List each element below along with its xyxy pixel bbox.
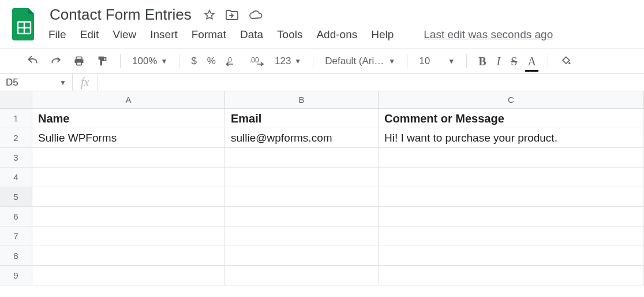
- svg-point-8: [568, 62, 570, 64]
- cell-C9[interactable]: [379, 266, 644, 285]
- chevron-down-icon: ▼: [160, 57, 167, 65]
- cell-A1[interactable]: Name: [32, 109, 225, 128]
- cell-B4[interactable]: [225, 168, 379, 187]
- menu-file[interactable]: File: [48, 28, 66, 41]
- menu-help[interactable]: Help: [371, 28, 394, 41]
- sheets-logo[interactable]: [10, 6, 38, 43]
- text-color-button[interactable]: A: [525, 53, 538, 70]
- font-select[interactable]: Default (Ari… ▼: [323, 53, 398, 69]
- name-box-value: D5: [6, 77, 18, 88]
- row-header[interactable]: 1: [0, 109, 32, 128]
- cell-C6[interactable]: [379, 207, 644, 227]
- toolbar: 100% ▼ $ % .0 .00 123 ▼ Default (Ari… ▼ …: [0, 49, 644, 74]
- select-all-corner[interactable]: [0, 91, 32, 109]
- fill-color-button[interactable]: [557, 53, 575, 69]
- cell-A3[interactable]: [32, 148, 225, 168]
- italic-button[interactable]: I: [495, 53, 503, 70]
- print-button[interactable]: [70, 53, 88, 69]
- svg-rect-5: [77, 62, 81, 65]
- star-icon[interactable]: [203, 9, 216, 21]
- spreadsheet-grid[interactable]: 1 2 3 4 5 6 7 8 9 A B C Name Email Comme…: [0, 91, 644, 285]
- menu-format[interactable]: Format: [192, 28, 226, 41]
- col-header[interactable]: A: [32, 91, 225, 109]
- zoom-select[interactable]: 100% ▼: [130, 53, 170, 69]
- cell-C5[interactable]: [379, 187, 644, 207]
- paint-format-button[interactable]: [93, 53, 111, 70]
- row-header[interactable]: 2: [0, 128, 32, 148]
- cell-C8[interactable]: [379, 246, 644, 266]
- font-size-value: 10: [419, 55, 430, 67]
- document-title[interactable]: Contact Form Entries: [48, 5, 193, 25]
- font-name-value: Default (Ari…: [325, 55, 384, 67]
- cell-B6[interactable]: [225, 207, 379, 227]
- menu-view[interactable]: View: [113, 28, 136, 41]
- font-size-select[interactable]: 10 ▼: [417, 53, 457, 69]
- cell-A7[interactable]: [32, 227, 225, 246]
- chevron-down-icon: ▼: [448, 57, 455, 65]
- menu-data[interactable]: Data: [240, 28, 263, 41]
- cell-C4[interactable]: [379, 168, 644, 187]
- menu-insert[interactable]: Insert: [150, 28, 178, 41]
- cell-C7[interactable]: [379, 227, 644, 246]
- redo-button[interactable]: [47, 53, 65, 69]
- col-header[interactable]: C: [379, 91, 644, 109]
- more-formats-label: 123: [275, 55, 291, 67]
- menu-edit[interactable]: Edit: [80, 28, 99, 41]
- cell-A4[interactable]: [32, 168, 225, 187]
- format-currency-button[interactable]: $: [189, 53, 199, 69]
- cell-B5[interactable]: [225, 187, 379, 207]
- increase-decimal-button[interactable]: .00: [247, 53, 267, 69]
- last-edit-link[interactable]: Last edit was seconds ago: [424, 28, 553, 41]
- row-header[interactable]: 4: [0, 168, 32, 187]
- cell-B1[interactable]: Email: [225, 109, 379, 128]
- move-to-folder-icon[interactable]: [225, 9, 239, 21]
- chevron-down-icon: ▼: [388, 57, 395, 65]
- fx-icon: fx: [73, 74, 98, 91]
- cell-B2[interactable]: sullie@wpforms.com: [225, 128, 379, 148]
- cell-B9[interactable]: [225, 266, 379, 285]
- menu-tools[interactable]: Tools: [277, 28, 302, 41]
- row-header[interactable]: 9: [0, 266, 32, 285]
- formula-bar[interactable]: [98, 74, 644, 91]
- row-header[interactable]: 3: [0, 148, 32, 168]
- cell-C3[interactable]: [379, 148, 644, 168]
- row-header[interactable]: 5: [0, 187, 32, 207]
- svg-text:.00: .00: [249, 56, 259, 64]
- undo-button[interactable]: [24, 53, 42, 69]
- cell-A9[interactable]: [32, 266, 225, 285]
- cell-A8[interactable]: [32, 246, 225, 266]
- row-header[interactable]: 7: [0, 227, 32, 246]
- cell-C1[interactable]: Comment or Message: [379, 109, 644, 128]
- cell-A6[interactable]: [32, 207, 225, 227]
- cell-B7[interactable]: [225, 227, 379, 246]
- strike-button[interactable]: S: [508, 53, 519, 70]
- row-header[interactable]: 8: [0, 246, 32, 266]
- menu-addons[interactable]: Add-ons: [316, 28, 357, 41]
- cell-C2[interactable]: Hi! I want to purchase your product.: [379, 128, 644, 148]
- cell-B8[interactable]: [225, 246, 379, 266]
- col-header[interactable]: B: [225, 91, 379, 109]
- row-header[interactable]: 6: [0, 207, 32, 227]
- menu-bar: File Edit View Insert Format Data Tools …: [48, 28, 639, 41]
- chevron-down-icon: ▼: [294, 57, 301, 65]
- zoom-value: 100%: [132, 55, 157, 67]
- more-formats-button[interactable]: 123 ▼: [272, 53, 304, 69]
- chevron-down-icon: ▼: [59, 79, 66, 87]
- bold-button[interactable]: B: [476, 53, 488, 70]
- cloud-status-icon[interactable]: [248, 9, 263, 21]
- format-percent-button[interactable]: %: [205, 53, 218, 69]
- cell-A2[interactable]: Sullie WPForms: [32, 128, 225, 148]
- cell-B3[interactable]: [225, 148, 379, 168]
- svg-rect-3: [76, 57, 82, 60]
- decrease-decimal-button[interactable]: .0: [224, 53, 241, 69]
- name-box[interactable]: D5 ▼: [0, 74, 73, 91]
- cell-A5[interactable]: [32, 187, 225, 207]
